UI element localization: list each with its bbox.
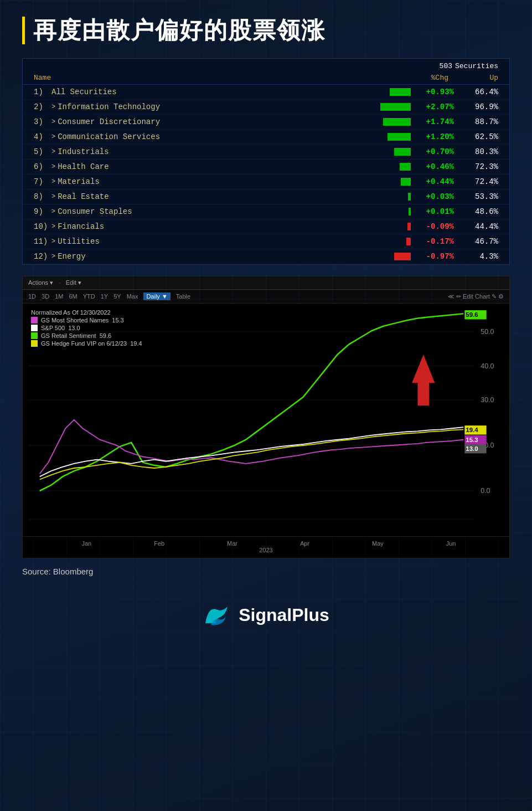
svg-text:15.3: 15.3 <box>466 437 478 443</box>
row-num: 6) <box>34 162 49 171</box>
row-arrow: > <box>51 163 55 171</box>
row-bar <box>354 223 415 230</box>
timerange-1y[interactable]: 1Y <box>101 293 108 300</box>
timerange-max[interactable]: Max <box>127 293 138 300</box>
table-row: 3) > Consumer Discretionary +1.74% 88.7% <box>23 115 509 130</box>
x-axis: Jan Feb Mar Apr May Jun 2023 <box>23 536 509 558</box>
row-name: 1) All Securities <box>34 88 354 96</box>
securities-label: Securities <box>455 62 498 70</box>
page-wrapper: 再度由散户偏好的股票领涨 503 Securities Name %Chg Up… <box>0 0 532 811</box>
chart-area: Normalized As Of 12/30/2022 GS Most Shor… <box>23 304 509 536</box>
chart-toolbar: Actions ▾ · Edit ▾ <box>23 276 509 290</box>
row-up: 4.3% <box>459 252 498 261</box>
actions-button[interactable]: Actions ▾ <box>28 279 53 286</box>
logo-text: SignalPlus <box>239 605 329 625</box>
col-up-header: Up <box>454 74 498 82</box>
row-bar <box>354 148 415 156</box>
row-num: 4) <box>34 132 49 141</box>
row-name: 4) > Communication Services <box>34 132 354 141</box>
chart-timerange: 1D 3D 1M 6M YTD 1Y 5Y Max Daily ▼ Table … <box>23 290 509 304</box>
col-name-header: Name <box>34 74 388 82</box>
svg-text:59.6: 59.6 <box>466 312 478 319</box>
row-arrow: > <box>51 223 55 230</box>
row-arrow: > <box>51 103 55 111</box>
row-name: 3) > Consumer Discretionary <box>34 117 354 126</box>
row-arrow: > <box>51 253 55 260</box>
most-shorted-val: 15.3 <box>112 317 123 324</box>
sp500-color <box>31 325 38 331</box>
chart-legend: Normalized As Of 12/30/2022 GS Most Shor… <box>31 309 142 348</box>
table-row: 8) > Real Estate +0.03% 53.3% <box>23 189 509 204</box>
title-section: 再度由散户偏好的股票领涨 <box>22 17 510 44</box>
bar-rect <box>394 148 411 156</box>
legend-hedge: GS Hedge Fund VIP on 6/12/23 19.4 <box>31 340 142 347</box>
row-up: 66.4% <box>459 88 498 96</box>
timerange-1d[interactable]: 1D <box>28 293 36 300</box>
table-row: 1) All Securities +0.93% 66.4% <box>23 85 509 100</box>
x-label-jan: Jan <box>81 540 91 547</box>
timerange-ytd[interactable]: YTD <box>83 293 95 300</box>
retail-color <box>31 332 38 339</box>
timerange-6m[interactable]: 6M <box>69 293 77 300</box>
table-meta: 503 Securities <box>23 59 509 71</box>
bar-rect <box>390 88 411 96</box>
table-row: 7) > Materials +0.44% 72.4% <box>23 174 509 189</box>
source-text: Source: Bloomberg <box>22 567 510 576</box>
row-num: 10) <box>34 222 49 231</box>
hedge-val: 19.4 <box>130 340 142 347</box>
title-border: 再度由散户偏好的股票领涨 <box>22 17 510 44</box>
bar-rect <box>408 193 411 201</box>
row-arrow: > <box>51 238 55 245</box>
row-up: 62.5% <box>459 132 498 141</box>
row-num: 3) <box>34 117 49 126</box>
row-label: Information Technology <box>58 102 160 111</box>
table-row: 12) > Energy -0.97% 4.3% <box>23 249 509 264</box>
most-shorted-color <box>31 317 38 324</box>
row-up: 80.3% <box>459 147 498 156</box>
row-name: 2) > Information Technology <box>34 102 354 111</box>
row-bar <box>354 103 415 111</box>
timerange-1m[interactable]: 1M <box>55 293 63 300</box>
most-shorted-label: GS Most Shorted Names <box>41 317 109 324</box>
row-label: Financials <box>58 222 104 231</box>
row-bar <box>354 88 415 96</box>
logo-section: SignalPlus <box>22 593 510 637</box>
table-row: 10) > Financials -0.09% 44.4% <box>23 219 509 234</box>
row-bar <box>354 238 415 245</box>
row-bar <box>354 208 415 215</box>
row-up: 53.3% <box>459 192 498 201</box>
timerange-3d[interactable]: 3D <box>42 293 49 300</box>
svg-text:30.0: 30.0 <box>481 397 494 404</box>
retail-val: 59.6 <box>100 332 111 339</box>
row-label: Health Care <box>58 162 109 171</box>
row-label: Materials <box>58 177 100 186</box>
timerange-5y[interactable]: 5Y <box>113 293 121 300</box>
edit-button[interactable]: Edit ▾ <box>66 279 81 286</box>
bar-rect <box>380 103 411 111</box>
bar-rect <box>394 253 411 260</box>
row-chg: +1.20% <box>415 132 459 141</box>
row-bar <box>354 193 415 201</box>
svg-text:0.0: 0.0 <box>481 487 490 495</box>
x-label-mar: Mar <box>227 540 237 547</box>
table-row: 4) > Communication Services +1.20% 62.5% <box>23 130 509 145</box>
svg-text:40.0: 40.0 <box>481 362 494 370</box>
row-up: 46.7% <box>459 237 498 246</box>
chart-container: Actions ▾ · Edit ▾ 1D 3D 1M 6M YTD 1Y 5Y… <box>22 276 510 558</box>
table-btn[interactable]: Table <box>176 293 190 300</box>
row-name: 9) > Consumer Staples <box>34 207 354 216</box>
table-row: 6) > Health Care +0.46% 72.3% <box>23 160 509 174</box>
svg-marker-11 <box>412 355 435 406</box>
row-num: 9) <box>34 207 49 216</box>
timerange-daily[interactable]: Daily ▼ <box>143 292 170 300</box>
row-up: 44.4% <box>459 222 498 231</box>
row-chg: +1.74% <box>415 117 459 126</box>
row-up: 96.9% <box>459 102 498 111</box>
bar-rect <box>406 238 411 245</box>
x-label-jun: Jun <box>446 540 456 547</box>
bar-rect <box>409 208 411 215</box>
bar-rect <box>401 178 411 186</box>
row-name: 6) > Health Care <box>34 162 354 171</box>
edit-chart-btn[interactable]: ≪ ✏ Edit Chart ✎ ⚙ <box>448 293 504 300</box>
row-chg: +2.07% <box>415 102 459 111</box>
